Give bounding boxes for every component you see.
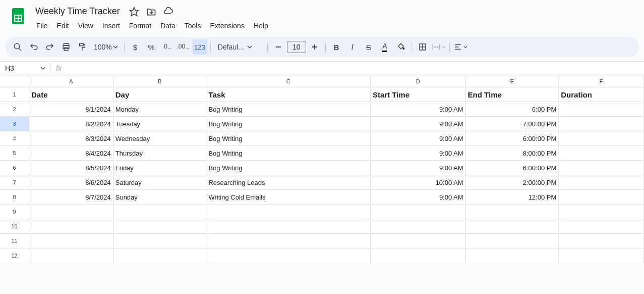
cloud-status-icon[interactable] <box>163 7 173 17</box>
paint-format-icon[interactable] <box>75 39 90 55</box>
cell-A9[interactable] <box>29 205 113 219</box>
cell-F11[interactable] <box>559 234 644 249</box>
cell-A2[interactable]: 8/1/2024 <box>29 102 113 117</box>
cell-B8[interactable]: Sunday <box>113 190 207 205</box>
percent-icon[interactable]: % <box>144 39 159 55</box>
formula-input[interactable] <box>67 64 644 72</box>
menu-insert[interactable]: Insert <box>98 20 124 32</box>
star-icon[interactable] <box>129 7 139 17</box>
cell-C8[interactable]: Writing Cold Emails <box>206 190 370 205</box>
cell-B5[interactable]: Thursday <box>113 146 207 161</box>
merge-cells-icon[interactable] <box>431 39 446 55</box>
cell-D3[interactable]: 9:00 AM <box>371 117 466 131</box>
cell-A8[interactable]: 8/7/2024 <box>29 190 113 205</box>
search-icon[interactable] <box>10 39 25 55</box>
cell-D10[interactable] <box>371 219 466 234</box>
row-header-4[interactable]: 4 <box>0 131 29 146</box>
increase-decimal-icon[interactable]: .00→ <box>176 39 191 55</box>
cell-F3[interactable] <box>559 117 644 131</box>
decrease-font-size-icon[interactable] <box>271 39 286 55</box>
row-header-7[interactable]: 7 <box>0 175 29 190</box>
cell-F5[interactable] <box>559 146 644 161</box>
row-header-3[interactable]: 3 <box>0 117 29 131</box>
zoom-select[interactable]: 100% <box>91 43 121 51</box>
cell-B7[interactable]: Saturday <box>113 175 207 190</box>
cell-F12[interactable] <box>559 249 644 263</box>
cell-B1[interactable]: Day <box>113 87 207 102</box>
cell-E11[interactable] <box>466 234 559 249</box>
sheets-logo[interactable] <box>8 6 28 26</box>
menu-help[interactable]: Help <box>250 20 272 32</box>
row-header-8[interactable]: 8 <box>0 190 29 205</box>
cell-B10[interactable] <box>113 219 207 234</box>
cell-B11[interactable] <box>113 234 207 249</box>
cell-B4[interactable]: Wednesday <box>113 131 207 146</box>
cell-C7[interactable]: Researching Leads <box>206 175 370 190</box>
menu-file[interactable]: File <box>32 20 52 32</box>
cell-C6[interactable]: Bog Writing <box>206 161 370 175</box>
menu-view[interactable]: View <box>74 20 97 32</box>
cell-A12[interactable] <box>29 249 113 263</box>
cell-A5[interactable]: 8/4/2024 <box>29 146 113 161</box>
cell-E2[interactable]: 6:00 PM <box>466 102 559 117</box>
cell-A4[interactable]: 8/3/2024 <box>29 131 113 146</box>
row-header-12[interactable]: 12 <box>0 249 29 263</box>
print-icon[interactable] <box>58 39 74 55</box>
cell-F7[interactable] <box>559 175 644 190</box>
fill-color-icon[interactable] <box>393 39 408 55</box>
column-header-E[interactable]: E <box>466 75 559 87</box>
menu-tools[interactable]: Tools <box>181 20 205 32</box>
cell-F1[interactable]: Duration <box>559 87 644 102</box>
cell-F4[interactable] <box>559 131 644 146</box>
cell-A11[interactable] <box>29 234 113 249</box>
cell-F10[interactable] <box>559 219 644 234</box>
row-header-9[interactable]: 9 <box>0 205 29 219</box>
cell-D7[interactable]: 10:00 AM <box>371 175 466 190</box>
cell-D1[interactable]: Start Time <box>371 87 466 102</box>
cell-B9[interactable] <box>113 205 207 219</box>
font-select[interactable]: Defaul... <box>214 43 264 51</box>
cell-E7[interactable]: 2:00:00 PM <box>466 175 559 190</box>
cell-C2[interactable]: Bog Writing <box>206 102 370 117</box>
cell-A10[interactable] <box>29 219 113 234</box>
text-color-icon[interactable]: A <box>377 39 392 55</box>
bold-icon[interactable]: B <box>329 39 344 55</box>
cell-E8[interactable]: 12:00 PM <box>466 190 559 205</box>
cell-D9[interactable] <box>371 205 466 219</box>
row-header-11[interactable]: 11 <box>0 234 29 249</box>
menu-format[interactable]: Format <box>125 20 155 32</box>
cell-B2[interactable]: Monday <box>113 102 207 117</box>
cell-E10[interactable] <box>466 219 559 234</box>
row-header-2[interactable]: 2 <box>0 102 29 117</box>
cell-D8[interactable]: 9:00 AM <box>371 190 466 205</box>
row-header-10[interactable]: 10 <box>0 219 29 234</box>
number-format-button[interactable]: 123 <box>192 39 207 55</box>
column-header-B[interactable]: B <box>113 75 207 87</box>
cell-F8[interactable] <box>559 190 644 205</box>
increase-font-size-icon[interactable] <box>307 39 322 55</box>
move-icon[interactable] <box>146 7 156 17</box>
font-size-input[interactable]: 10 <box>287 41 306 53</box>
row-header-1[interactable]: 1 <box>0 87 29 102</box>
column-header-D[interactable]: D <box>371 75 466 87</box>
cell-D11[interactable] <box>371 234 466 249</box>
cell-E12[interactable] <box>466 249 559 263</box>
cell-A1[interactable]: Date <box>29 87 113 102</box>
cell-D5[interactable]: 9:00 AM <box>371 146 466 161</box>
cell-B12[interactable] <box>113 249 207 263</box>
cell-E9[interactable] <box>466 205 559 219</box>
cell-A3[interactable]: 8/2/2024 <box>29 117 113 131</box>
cell-E1[interactable]: End Time <box>466 87 559 102</box>
row-header-5[interactable]: 5 <box>0 146 29 161</box>
cell-F9[interactable] <box>559 205 644 219</box>
decrease-decimal-icon[interactable]: .0← <box>160 39 175 55</box>
strikethrough-icon[interactable]: S <box>361 39 376 55</box>
column-header-C[interactable]: C <box>206 75 370 87</box>
cell-A6[interactable]: 8/5/2024 <box>29 161 113 175</box>
borders-icon[interactable] <box>415 39 430 55</box>
align-icon[interactable] <box>453 39 468 55</box>
menu-extensions[interactable]: Extensions <box>206 20 248 32</box>
cell-E5[interactable]: 8:00:00 PM <box>466 146 559 161</box>
cell-A7[interactable]: 8/6/2024 <box>29 175 113 190</box>
cell-B6[interactable]: Friday <box>113 161 207 175</box>
